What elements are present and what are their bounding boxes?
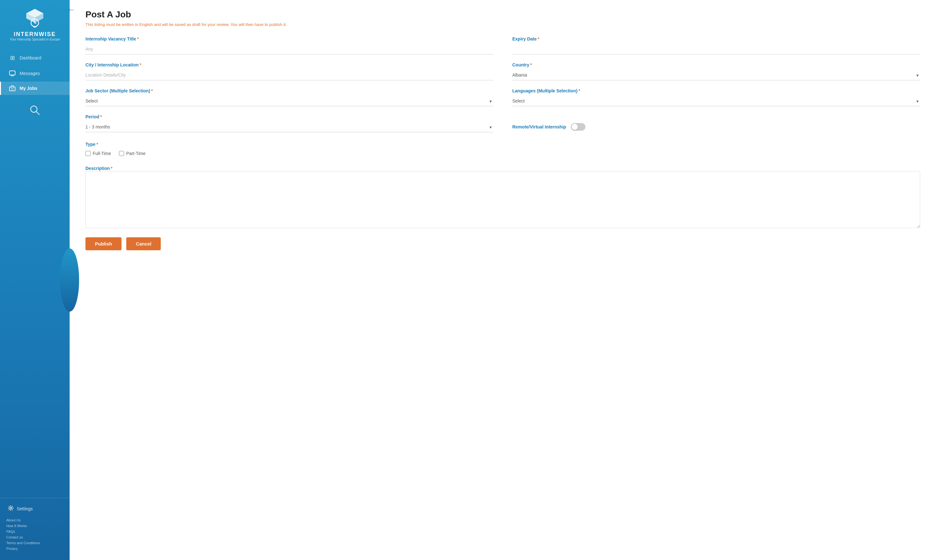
svg-point-7 bbox=[34, 19, 35, 20]
languages-label: Languages (Multiple Selection)* bbox=[512, 88, 920, 93]
sidebar-nav: ⊞ Dashboard Messages My Jobs bbox=[0, 51, 69, 95]
period-group: Period* 1 - 3 months3 - 6 months6 - 12 m… bbox=[85, 114, 493, 134]
remote-label: Remote/Virtual Internship bbox=[512, 124, 566, 129]
publish-button[interactable]: Publish bbox=[85, 237, 122, 250]
job-sector-group: Job Sector (Multiple Selection)* Select bbox=[85, 88, 493, 106]
footer-link-contact[interactable]: Contact us bbox=[6, 535, 63, 539]
svg-rect-12 bbox=[9, 71, 15, 75]
footer-links: About Us How It Works FAQs Contact us Te… bbox=[6, 518, 63, 551]
job-sector-select-wrapper: Select bbox=[85, 96, 493, 106]
description-section: Description* bbox=[85, 165, 920, 229]
city-group: City / Internship Location* bbox=[85, 62, 493, 80]
city-label: City / Internship Location* bbox=[85, 62, 493, 68]
svg-point-9 bbox=[31, 23, 32, 23]
expiry-date-label: Expiry Date* bbox=[512, 36, 920, 42]
period-select[interactable]: 1 - 3 months3 - 6 months6 - 12 months12+… bbox=[85, 122, 493, 132]
form-row-3: Job Sector (Multiple Selection)* Select … bbox=[85, 88, 920, 106]
remote-toggle[interactable] bbox=[571, 123, 585, 131]
settings-item[interactable]: Settings bbox=[6, 503, 63, 514]
sidebar-item-dashboard[interactable]: ⊞ Dashboard bbox=[0, 51, 69, 65]
form-row-2: City / Internship Location* Country* Alb… bbox=[85, 62, 920, 80]
search-button[interactable] bbox=[26, 101, 44, 122]
footer-link-privacy[interactable]: Privacy bbox=[6, 547, 63, 551]
city-input[interactable] bbox=[85, 70, 493, 80]
svg-point-10 bbox=[38, 23, 39, 23]
search-area bbox=[26, 101, 44, 122]
vacancy-title-group: Internship Vacancy Title* bbox=[85, 36, 493, 54]
svg-point-6 bbox=[34, 22, 35, 23]
type-group: Type* Full-Time Part-Time bbox=[85, 142, 920, 158]
svg-rect-11 bbox=[33, 26, 36, 28]
page-title: Post A Job bbox=[85, 9, 920, 20]
job-sector-label: Job Sector (Multiple Selection)* bbox=[85, 88, 493, 93]
back-button[interactable]: ← bbox=[67, 5, 75, 15]
form-row-5: Type* Full-Time Part-Time bbox=[85, 142, 920, 158]
country-select-wrapper: AlbaniaAustriaBelgiumBulgariaCroatiaCzec… bbox=[512, 70, 920, 80]
post-job-form: Internship Vacancy Title* Expiry Date* 2… bbox=[85, 36, 920, 250]
dashboard-icon: ⊞ bbox=[9, 54, 16, 62]
fulltime-label: Full-Time bbox=[93, 151, 111, 156]
fulltime-checkbox[interactable] bbox=[85, 151, 91, 156]
myjobs-icon bbox=[9, 85, 16, 91]
brand-name: INTERNWISE bbox=[14, 31, 56, 38]
country-select[interactable]: AlbaniaAustriaBelgiumBulgariaCroatiaCzec… bbox=[512, 70, 920, 80]
settings-label: Settings bbox=[17, 506, 33, 511]
vacancy-title-label: Internship Vacancy Title* bbox=[85, 36, 493, 42]
sidebar-item-myjobs-label: My Jobs bbox=[20, 86, 37, 91]
footer-link-faqs[interactable]: FAQs bbox=[6, 530, 63, 534]
languages-group: Languages (Multiple Selection)* Select bbox=[512, 88, 920, 106]
footer-link-howitworks[interactable]: How It Works bbox=[6, 524, 63, 528]
search-icon bbox=[29, 105, 40, 116]
remote-group: Remote/Virtual Internship bbox=[512, 114, 920, 134]
period-label: Period* bbox=[85, 114, 493, 119]
languages-select-wrapper: Select bbox=[512, 96, 920, 106]
sidebar-item-messages-label: Messages bbox=[20, 71, 40, 76]
footer-link-terms[interactable]: Terms and Conditions bbox=[6, 541, 63, 545]
brand-tagline: Your Internship Specialist in Europe bbox=[10, 38, 60, 41]
footer-link-about[interactable]: About Us bbox=[6, 518, 63, 522]
description-textarea[interactable] bbox=[85, 171, 920, 228]
sidebar: INTERNWISE Your Internship Specialist in… bbox=[0, 0, 69, 560]
vacancy-title-input[interactable] bbox=[85, 44, 493, 54]
cancel-button[interactable]: Cancel bbox=[126, 237, 161, 250]
type-label: Type* bbox=[85, 142, 920, 147]
parttime-label: Part-Time bbox=[126, 151, 146, 156]
expiry-date-input[interactable]: 2020-10-11 bbox=[512, 44, 920, 54]
country-label: Country* bbox=[512, 62, 920, 68]
fulltime-checkbox-label[interactable]: Full-Time bbox=[85, 151, 111, 156]
svg-line-16 bbox=[36, 112, 40, 115]
job-sector-select[interactable]: Select bbox=[85, 96, 493, 106]
settings-icon bbox=[8, 505, 14, 512]
page-subtitle: This listing must be written in English … bbox=[85, 22, 920, 27]
messages-icon bbox=[9, 71, 16, 76]
languages-select[interactable]: Select bbox=[512, 96, 920, 106]
toggle-slider bbox=[571, 123, 585, 131]
logo-icon bbox=[24, 6, 46, 28]
expiry-date-group: Expiry Date* 2020-10-11 bbox=[512, 36, 920, 54]
form-row-1: Internship Vacancy Title* Expiry Date* 2… bbox=[85, 36, 920, 54]
svg-point-17 bbox=[10, 507, 12, 509]
country-group: Country* AlbaniaAustriaBelgiumBulgariaCr… bbox=[512, 62, 920, 80]
description-label: Description* bbox=[85, 166, 112, 171]
button-row: Publish Cancel bbox=[85, 237, 920, 250]
type-checkbox-group: Full-Time Part-Time bbox=[85, 149, 920, 158]
period-select-wrapper: 1 - 3 months3 - 6 months6 - 12 months12+… bbox=[85, 122, 493, 132]
sidebar-bottom: Settings About Us How It Works FAQs Cont… bbox=[0, 498, 69, 554]
main-content: Post A Job This listing must be written … bbox=[69, 0, 936, 560]
parttime-checkbox[interactable] bbox=[119, 151, 124, 156]
logo-area: INTERNWISE Your Internship Specialist in… bbox=[10, 6, 60, 41]
sidebar-item-dashboard-label: Dashboard bbox=[20, 55, 42, 60]
sidebar-item-myjobs[interactable]: My Jobs bbox=[0, 82, 69, 95]
remote-toggle-row: Remote/Virtual Internship bbox=[512, 114, 920, 134]
parttime-checkbox-label[interactable]: Part-Time bbox=[119, 151, 146, 156]
sidebar-item-messages[interactable]: Messages bbox=[0, 67, 69, 80]
form-row-4: Period* 1 - 3 months3 - 6 months6 - 12 m… bbox=[85, 114, 920, 134]
